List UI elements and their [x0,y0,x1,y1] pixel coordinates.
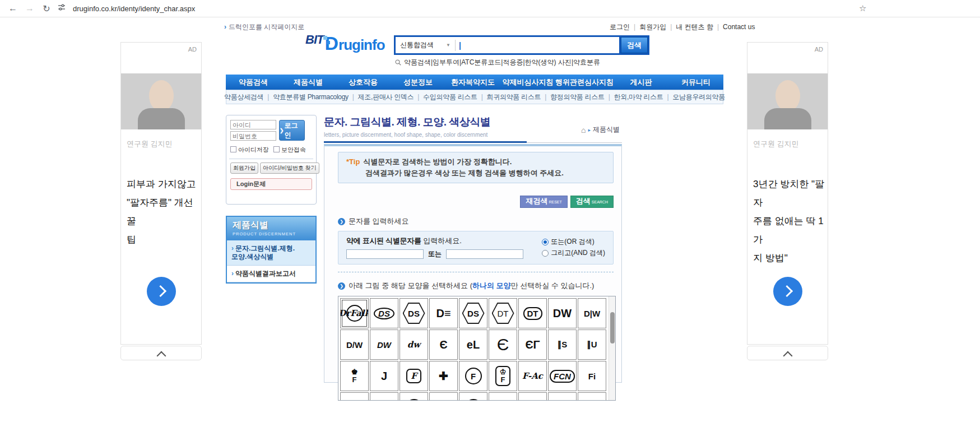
shape-cell[interactable]: DW [548,298,577,328]
shape-cell[interactable]: DS [459,298,487,328]
site-settings-icon[interactable] [55,3,68,13]
ad-next-button[interactable] [147,277,176,306]
shape-cell[interactable]: G [340,392,369,401]
nav-item[interactable]: 게시판 [614,77,668,87]
shape-cell[interactable]: ♔ F [489,361,517,391]
quick-search-links[interactable]: 약품검색|임부투여|ATC분류코드|적응증|한약(생약) 사진|약효분류 [395,58,600,67]
shape-cell[interactable]: eL [459,329,487,360]
reload-icon[interactable]: ↻ [38,3,55,14]
subnav-item[interactable]: 희귀의약품 리스트 [487,92,541,102]
site-logo[interactable]: BITDruginfo [305,33,385,54]
shape-cell[interactable]: DS [400,298,428,328]
nav-item[interactable]: 성분정보 [391,77,445,87]
shape-cell[interactable]: ∥S [548,329,577,360]
shape-cell[interactable]: DW [370,329,398,360]
side-menu-item[interactable]: ›문자.그림식별.제형. 모양.색상식별 [227,240,315,266]
user-link[interactable]: 로그인 [610,23,630,31]
scrollbar[interactable] [609,296,615,400]
home-icon[interactable]: ⌂ [581,126,586,134]
side-menu-subtitle: PRODUCT DISCERNMENT [233,231,310,236]
shape-cell[interactable]: Є [489,329,517,360]
url-bar[interactable]: druginfo.co.kr/identy/identy_char.aspx [73,4,195,13]
shape-cell[interactable]: G [429,392,458,401]
shape-cell[interactable]: ✚ [429,361,458,391]
shape-cell[interactable]: FCN [548,361,577,391]
nav-item[interactable]: 행위관련심사지침 [555,77,614,87]
login-id-input[interactable] [230,120,276,129]
shape-cell[interactable]: F [459,361,487,391]
ad-next-button[interactable] [773,277,802,306]
secure-access-checkbox[interactable]: 보안접속 [273,146,306,154]
shape-cell[interactable]: F [400,361,428,391]
ad-panel-left[interactable]: AD 연구원 김지민 피부과 가지않고"팔자주름" 개선 꿀팁 [120,42,202,345]
shape-cell[interactable]: + [578,392,606,401]
shape-cell[interactable]: E [489,392,517,401]
divider [455,40,456,51]
nav-item[interactable]: 커뮤니티 [668,77,723,87]
id-char-input-1[interactable] [346,249,424,259]
shape-cell[interactable]: F-Ac [518,361,547,391]
shape-cell[interactable]: ∥U [578,329,606,360]
shape-cell[interactable]: G [370,392,398,401]
shape-cell[interactable]: dw [400,329,428,360]
shape-cell[interactable]: ♚ F [340,361,369,391]
shape-cell[interactable]: DrFalk [340,298,369,328]
shape-cell[interactable]: D|W [578,298,606,328]
search-input[interactable]: 신통합검색 ▼ | [396,37,619,53]
shape-cell[interactable]: E [548,392,577,401]
ad-collapse-button[interactable] [747,346,828,360]
subnav-item[interactable]: 한외,마약 리스트 [614,92,663,102]
shape-cell[interactable]: D/W [340,329,369,360]
user-link[interactable]: 내 컨텐츠 함 [676,23,713,31]
user-link[interactable]: Contact us [723,23,755,31]
side-menu-item[interactable]: ›약품식별결과보고서 [227,266,315,282]
set-start-page-link[interactable]: ›드럭인포를 시작페이지로 [224,22,304,32]
login-problem-button[interactable]: Login문제 [230,178,312,190]
search-button[interactable]: 검색 [621,37,648,53]
join-button[interactable]: 회원가입 [230,163,258,174]
subnav-item[interactable]: 제조,판매사 인덱스 [358,92,414,102]
ad-panel-right[interactable]: AD 연구원 김지민 3년간 방치한 "팔자주름 없애는 딱 1가지 방법" [747,42,828,345]
radio-and-search[interactable]: 그리고(AND 검색) [542,248,605,258]
shape-cell[interactable]: ЄΓ [518,329,547,360]
subnav-item[interactable]: 향정의약품 리스트 [550,92,605,102]
bookmark-star-icon[interactable]: ☆ [859,3,866,13]
shape-cell[interactable]: Fi [578,361,606,391]
scrollbar-thumb[interactable] [610,312,615,344]
id-char-input-2[interactable] [446,249,523,259]
side-menu: 제품식별 PRODUCT DISCERNMENT ›문자.그림식별.제형. 모양… [226,216,317,284]
shape-cell[interactable]: DT [489,298,517,328]
nav-item[interactable]: 제품식별 [281,77,336,87]
shape-cell[interactable]: G [400,392,428,401]
subnav-item[interactable]: 수입의약품 리스트 [423,92,477,102]
subnav-item[interactable]: 약효분류별 Pharmacology [273,92,349,102]
search-category-select[interactable]: 신통합검색 [396,40,434,50]
nav-item[interactable]: 약품검색 [226,77,281,87]
save-id-checkbox[interactable]: 아이디저장 [230,146,269,154]
shape-cell[interactable]: Є [429,329,458,360]
chevron-right-icon: › [231,270,234,277]
shape-cell[interactable]: DT [518,298,547,328]
login-password-input[interactable] [230,131,276,141]
nav-item[interactable]: 상호작용 [336,77,391,87]
back-icon[interactable]: ← [4,3,21,13]
subnav-item[interactable]: 오남용우려의약품 [672,92,725,102]
shape-cell[interactable]: DS [370,298,398,328]
nav-item[interactable]: 약제비심사지침 [500,77,555,87]
login-button[interactable]: ❯로그인 [279,120,305,141]
shape-cell[interactable]: D≡ [429,298,458,328]
find-id-password-button[interactable]: 아이디/비밀번호 찾기 [260,163,319,174]
shape-cell[interactable]: C [459,392,487,401]
ad-label: AD [188,46,197,53]
nav-item[interactable]: 환자복약지도 [445,77,500,87]
shape-cell[interactable]: J [370,361,398,391]
forward-icon[interactable]: → [21,3,38,13]
subnav-item[interactable]: 약품상세검색 [224,92,263,102]
ad-collapse-button[interactable] [120,346,202,360]
user-link[interactable]: 회원가입 [639,23,666,31]
user-links: 로그인|회원가입|내 컨텐츠 함|Contact us [610,22,755,32]
research-reset-button[interactable]: 재검색RESET [520,196,567,208]
shape-cell[interactable]: & [518,392,547,401]
radio-or-search[interactable]: 또는(OR 검색) [542,237,605,247]
search-submit-button[interactable]: 검색SEARCH [570,196,614,208]
